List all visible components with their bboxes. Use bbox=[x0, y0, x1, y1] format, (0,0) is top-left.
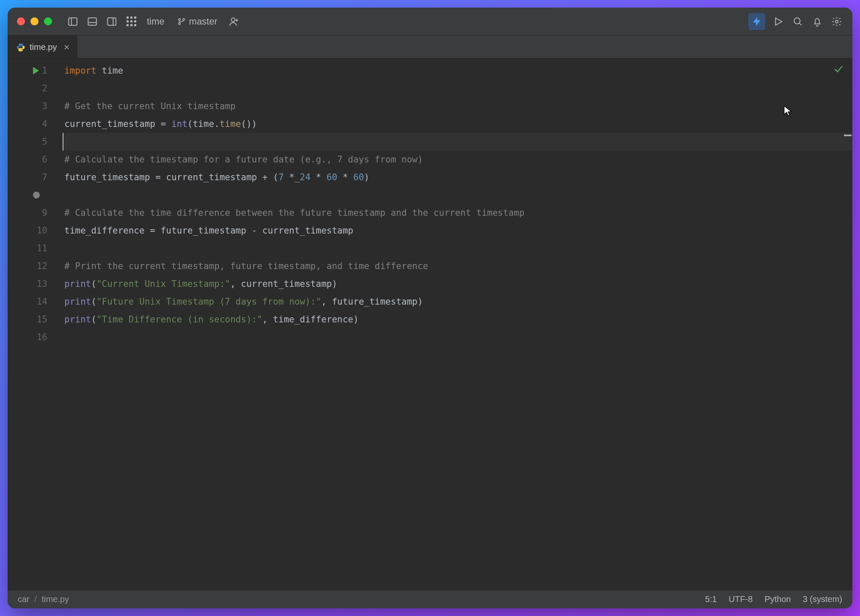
bottom-panel-toggle-icon[interactable] bbox=[86, 15, 99, 28]
inspection-checkmark-icon[interactable] bbox=[833, 63, 844, 80]
line-number[interactable]: 2 bbox=[8, 80, 63, 97]
run-icon[interactable] bbox=[772, 15, 785, 28]
tab-bar: time.py ✕ bbox=[8, 36, 852, 58]
settings-icon[interactable] bbox=[830, 15, 843, 28]
line-number[interactable]: 11 bbox=[8, 239, 63, 257]
minimap-marker bbox=[844, 135, 852, 136]
window-controls bbox=[17, 17, 52, 25]
code-line[interactable]: future_timestamp = current_timestamp + (… bbox=[63, 168, 852, 186]
line-number[interactable]: 13 bbox=[8, 275, 63, 293]
git-branch-icon bbox=[177, 17, 186, 26]
code-line[interactable] bbox=[63, 239, 852, 257]
svg-rect-0 bbox=[69, 18, 77, 25]
svg-marker-12 bbox=[776, 18, 782, 25]
line-number[interactable]: 4 bbox=[8, 115, 63, 133]
code-line[interactable] bbox=[63, 328, 852, 346]
svg-point-13 bbox=[794, 18, 800, 24]
code-line[interactable] bbox=[63, 80, 852, 97]
svg-point-7 bbox=[178, 22, 180, 24]
code-line[interactable]: import time bbox=[63, 62, 852, 80]
maximize-window-button[interactable] bbox=[44, 17, 52, 25]
line-number[interactable]: 6 bbox=[8, 151, 63, 168]
code-line[interactable]: time_difference = future_timestamp - cur… bbox=[63, 222, 852, 239]
breadcrumb-project: car bbox=[18, 594, 30, 604]
line-number[interactable]: 16 bbox=[8, 328, 63, 346]
tab-filename: time.py bbox=[30, 42, 57, 52]
add-collaborator-icon[interactable] bbox=[228, 15, 240, 28]
code-line[interactable]: # Calculate the time difference between … bbox=[63, 204, 852, 222]
code-line[interactable]: print("Current Unix Timestamp:", current… bbox=[63, 275, 852, 293]
ai-assistant-icon[interactable] bbox=[748, 13, 765, 30]
line-number[interactable]: 7 bbox=[8, 168, 63, 186]
svg-point-9 bbox=[231, 18, 235, 22]
code-line[interactable] bbox=[63, 133, 852, 151]
svg-line-14 bbox=[799, 23, 801, 25]
notifications-icon[interactable] bbox=[811, 15, 824, 28]
line-number[interactable]: 10 bbox=[8, 222, 63, 239]
line-number[interactable]: 5 bbox=[8, 133, 63, 151]
line-number[interactable]: 12 bbox=[8, 257, 63, 275]
git-branch[interactable]: master bbox=[174, 16, 221, 27]
line-number[interactable]: 14 bbox=[8, 293, 63, 311]
code-line[interactable] bbox=[63, 186, 852, 204]
svg-rect-2 bbox=[88, 18, 96, 25]
breadcrumb-separator: / bbox=[34, 594, 37, 604]
minimize-window-button[interactable] bbox=[30, 17, 39, 25]
line-number[interactable]: 1 bbox=[8, 62, 63, 80]
code-editor[interactable]: 1234567910111213141516 import time# Get … bbox=[8, 58, 852, 590]
code-line[interactable]: # Print the current timestamp, future ti… bbox=[63, 257, 852, 275]
line-number[interactable] bbox=[8, 186, 63, 204]
breadcrumb-file: time.py bbox=[41, 594, 69, 604]
language-mode[interactable]: Python bbox=[764, 594, 791, 604]
cursor-position[interactable]: 5:1 bbox=[705, 594, 717, 604]
file-encoding[interactable]: UTF-8 bbox=[729, 594, 753, 604]
interpreter[interactable]: 3 (system) bbox=[803, 594, 842, 604]
svg-point-15 bbox=[835, 20, 838, 23]
project-name[interactable]: time bbox=[144, 16, 167, 27]
line-number[interactable]: 3 bbox=[8, 97, 63, 115]
code-line[interactable]: print("Future Unix Timestamp (7 days fro… bbox=[63, 293, 852, 311]
code-area[interactable]: import time# Get the current Unix timest… bbox=[63, 58, 852, 590]
titlebar: time master bbox=[8, 8, 852, 36]
close-window-button[interactable] bbox=[17, 17, 25, 25]
svg-point-8 bbox=[182, 18, 184, 20]
code-line[interactable]: print("Time Difference (in seconds):", t… bbox=[63, 311, 852, 328]
line-number-gutter[interactable]: 1234567910111213141516 bbox=[8, 58, 63, 590]
breadcrumb[interactable]: car / time.py bbox=[18, 594, 693, 604]
svg-point-6 bbox=[178, 18, 180, 20]
apps-grid-icon[interactable] bbox=[125, 15, 138, 28]
code-line[interactable]: # Calculate the timestamp for a future d… bbox=[63, 151, 852, 168]
svg-point-16 bbox=[19, 44, 20, 45]
search-icon[interactable] bbox=[791, 15, 804, 28]
branch-name: master bbox=[189, 16, 218, 27]
python-file-icon bbox=[16, 43, 25, 52]
line-number[interactable]: 9 bbox=[8, 204, 63, 222]
code-line[interactable]: # Get the current Unix timestamp bbox=[63, 97, 852, 115]
tab-file[interactable]: time.py ✕ bbox=[8, 36, 77, 58]
svg-point-17 bbox=[22, 50, 22, 51]
svg-rect-4 bbox=[108, 18, 116, 25]
ide-window: time master time.py bbox=[8, 8, 852, 608]
right-panel-toggle-icon[interactable] bbox=[105, 15, 118, 28]
code-line[interactable]: current_timestamp = int(time.time()) bbox=[63, 115, 852, 133]
line-number[interactable]: 15 bbox=[8, 311, 63, 328]
status-bar: car / time.py 5:1 UTF-8 Python 3 (system… bbox=[8, 590, 852, 608]
tab-close-icon[interactable]: ✕ bbox=[63, 43, 70, 52]
left-panel-toggle-icon[interactable] bbox=[66, 15, 79, 28]
